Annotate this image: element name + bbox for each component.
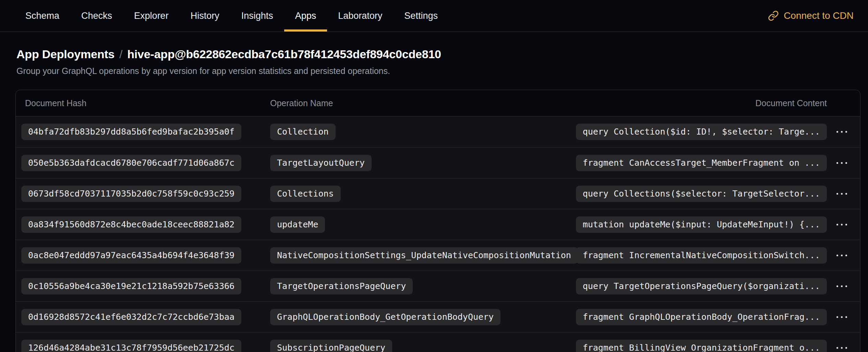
table-body: 04bfa72dfb83b297dd8a5b6fed9bafac2b395a0f… bbox=[16, 116, 860, 352]
horizontal-ellipsis-icon bbox=[845, 254, 847, 256]
horizontal-ellipsis-icon bbox=[836, 347, 838, 349]
more-options-button[interactable] bbox=[834, 159, 850, 166]
breadcrumb: App Deployments / hive-app@b622862ecdba7… bbox=[16, 48, 860, 61]
more-options-button[interactable] bbox=[834, 252, 850, 259]
connect-to-cdn-button[interactable]: Connect to CDN bbox=[768, 0, 854, 32]
column-header-operation-name: Operation Name bbox=[270, 98, 333, 108]
nav-tab-settings[interactable]: Settings bbox=[393, 0, 449, 32]
document-hash-value[interactable]: 0ac8e047eddd97a97eac6435a4b694f4e3648f39 bbox=[21, 247, 241, 264]
operation-name-value: TargetLayoutQuery bbox=[270, 155, 372, 171]
breadcrumb-section[interactable]: App Deployments bbox=[16, 48, 114, 61]
more-options-button[interactable] bbox=[834, 221, 850, 228]
page-subtitle: Group your GraphQL operations by app ver… bbox=[16, 66, 860, 76]
horizontal-ellipsis-icon bbox=[841, 316, 843, 318]
document-hash-value[interactable]: 050e5b363dafdcacd6780e706cadf771d06a867c bbox=[21, 155, 241, 171]
horizontal-ellipsis-icon bbox=[845, 162, 847, 164]
document-hash-value[interactable]: 0c10556a9be4ca30e19e21c1218a592b75e63366 bbox=[21, 278, 241, 294]
nav-tabs: SchemaChecksExplorerHistoryInsightsAppsL… bbox=[14, 0, 449, 32]
horizontal-ellipsis-icon bbox=[841, 131, 843, 133]
more-options-button[interactable] bbox=[834, 313, 850, 320]
nav-tab-checks[interactable]: Checks bbox=[70, 0, 123, 32]
horizontal-ellipsis-icon bbox=[836, 193, 838, 194]
document-hash-value[interactable]: 0673df58cd7037117035b2d0c758f59c0c93c259 bbox=[21, 186, 241, 202]
operation-name-value: TargetOperationsPageQuery bbox=[270, 278, 413, 294]
document-content-preview: mutation updateMe($input: UpdateMeInput!… bbox=[576, 216, 827, 233]
operation-name-value: SubscriptionPageQuery bbox=[270, 340, 392, 352]
column-header-document-hash: Document Hash bbox=[16, 98, 86, 108]
app-root: SchemaChecksExplorerHistoryInsightsAppsL… bbox=[0, 0, 868, 352]
document-content-preview: fragment CanAccessTarget_MemberFragment … bbox=[576, 155, 827, 171]
breadcrumb-current-app: hive-app@b622862ecdba7c61b78f412453def89… bbox=[127, 48, 441, 61]
operation-name-value: GraphQLOperationBody_GetOperationBodyQue… bbox=[270, 309, 501, 325]
horizontal-ellipsis-icon bbox=[836, 131, 838, 133]
horizontal-ellipsis-icon bbox=[841, 347, 843, 349]
document-content-preview: fragment IncrementalNativeCompositionSwi… bbox=[576, 247, 827, 264]
table-row: 0ac8e047eddd97a97eac6435a4b694f4e3648f39… bbox=[16, 240, 860, 271]
horizontal-ellipsis-icon bbox=[836, 254, 838, 256]
nav-tab-laboratory[interactable]: Laboratory bbox=[327, 0, 393, 32]
breadcrumb-separator: / bbox=[119, 48, 122, 61]
operation-name-value: updateMe bbox=[270, 216, 325, 233]
document-content-preview: query Collections($selector: TargetSelec… bbox=[576, 186, 827, 202]
table-row: 0c10556a9be4ca30e19e21c1218a592b75e63366… bbox=[16, 271, 860, 301]
table-header-row: Document Hash Operation Name Document Co… bbox=[16, 90, 860, 116]
document-content-preview: fragment BillingView_OrganizationFragmen… bbox=[576, 340, 827, 352]
horizontal-ellipsis-icon bbox=[836, 224, 838, 225]
document-hash-value[interactable]: 126d46a4284abe31c13c78f7959d56eeb21725dc bbox=[21, 340, 241, 352]
horizontal-ellipsis-icon bbox=[836, 285, 838, 287]
nav-tab-explorer[interactable]: Explorer bbox=[123, 0, 180, 32]
connect-to-cdn-label: Connect to CDN bbox=[784, 10, 854, 21]
more-options-button[interactable] bbox=[834, 128, 850, 136]
table-row: 04bfa72dfb83b297dd8a5b6fed9bafac2b395a0f… bbox=[16, 116, 860, 147]
document-content-preview: query TargetOperationsPageQuery($organiz… bbox=[576, 278, 827, 294]
operation-name-value: NativeCompositionSettings_UpdateNativeCo… bbox=[270, 247, 578, 264]
table-row: 0d16928d8572c41ef6e032d2c7c72ccbd6e73baa… bbox=[16, 301, 860, 332]
horizontal-ellipsis-icon bbox=[845, 285, 847, 287]
main-content: App Deployments / hive-app@b622862ecdba7… bbox=[0, 48, 868, 352]
document-hash-value[interactable]: 0a834f91560d872e8c4bec0ade18ceec88821a82 bbox=[21, 216, 241, 233]
table-row: 0a834f91560d872e8c4bec0ade18ceec88821a82… bbox=[16, 209, 860, 240]
horizontal-ellipsis-icon bbox=[841, 193, 843, 194]
more-options-button[interactable] bbox=[834, 344, 850, 351]
document-hash-value[interactable]: 04bfa72dfb83b297dd8a5b6fed9bafac2b395a0f bbox=[21, 124, 241, 140]
horizontal-ellipsis-icon bbox=[845, 347, 847, 349]
top-nav: SchemaChecksExplorerHistoryInsightsAppsL… bbox=[0, 0, 868, 32]
table-row: 050e5b363dafdcacd6780e706cadf771d06a867c… bbox=[16, 147, 860, 178]
more-options-button[interactable] bbox=[834, 190, 850, 197]
document-content-preview: query Collection($id: ID!, $selector: Ta… bbox=[576, 124, 827, 140]
horizontal-ellipsis-icon bbox=[836, 316, 838, 318]
nav-tab-apps[interactable]: Apps bbox=[284, 0, 327, 32]
table-row: 0673df58cd7037117035b2d0c758f59c0c93c259… bbox=[16, 178, 860, 209]
link-icon bbox=[768, 10, 779, 21]
nav-tab-schema[interactable]: Schema bbox=[14, 0, 70, 32]
horizontal-ellipsis-icon bbox=[841, 162, 843, 164]
column-header-document-content: Document Content bbox=[756, 98, 827, 108]
deployments-table: Document Hash Operation Name Document Co… bbox=[15, 90, 860, 352]
operation-name-value: Collections bbox=[270, 186, 341, 202]
more-options-button[interactable] bbox=[834, 282, 850, 290]
nav-tab-insights[interactable]: Insights bbox=[230, 0, 284, 32]
horizontal-ellipsis-icon bbox=[841, 285, 843, 287]
document-content-preview: fragment GraphQLOperationBody_OperationF… bbox=[576, 309, 827, 325]
nav-tab-history[interactable]: History bbox=[180, 0, 230, 32]
table-row: 126d46a4284abe31c13c78f7959d56eeb21725dc… bbox=[16, 332, 860, 352]
horizontal-ellipsis-icon bbox=[836, 162, 838, 164]
horizontal-ellipsis-icon bbox=[845, 131, 847, 133]
horizontal-ellipsis-icon bbox=[841, 224, 843, 225]
horizontal-ellipsis-icon bbox=[845, 224, 847, 225]
horizontal-ellipsis-icon bbox=[841, 254, 843, 256]
horizontal-ellipsis-icon bbox=[845, 316, 847, 318]
horizontal-ellipsis-icon bbox=[845, 193, 847, 194]
document-hash-value[interactable]: 0d16928d8572c41ef6e032d2c7c72ccbd6e73baa bbox=[21, 309, 241, 325]
operation-name-value: Collection bbox=[270, 124, 336, 140]
